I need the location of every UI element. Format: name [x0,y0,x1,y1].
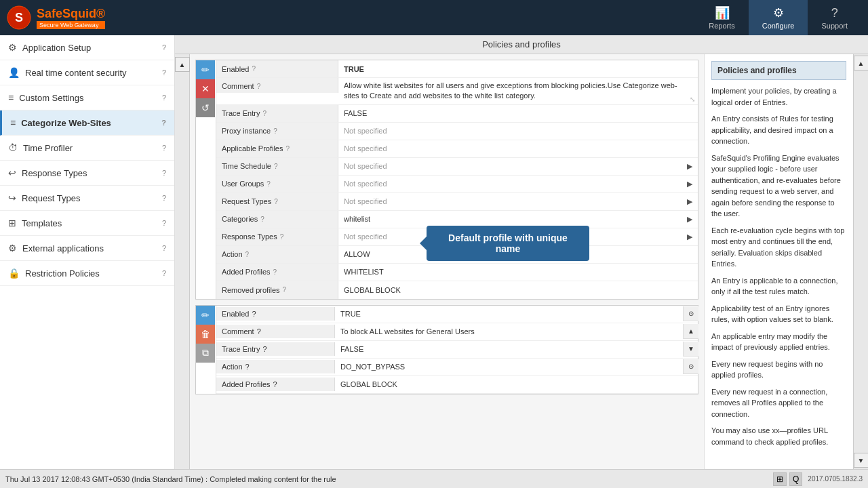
restriction-help-icon: ? [162,269,166,277]
sidebar-item-app-setup[interactable]: ⚙ Application Setup ? [0,35,174,60]
enabled-help-icon[interactable]: ? [252,65,256,73]
logo-text: SafeSquid® Secure Web Gateway [37,7,105,29]
groups-arrow-btn[interactable]: ▶ [687,180,692,188]
sidebar-item-custom-settings-label: Custom Settings [19,93,83,103]
nav-configure[interactable]: ⚙ Configure [749,0,808,35]
entry-1-reset-btn[interactable]: ↺ [196,98,215,117]
comment-resize-icon[interactable]: ⤡ [690,96,695,103]
entry-2-delete-btn[interactable]: 🗑 [196,325,215,344]
groups-help-icon[interactable]: ? [267,180,271,188]
status-version: 2017.0705.1832.3 [808,475,863,483]
right-panel-p3: SafeSquid's Profiling Engine evaluates y… [711,152,846,220]
status-right: ⊞ Q 2017.0705.1832.3 [773,472,863,486]
entry-2: ✏ 🗑 ⧉ Enabled ? [195,305,698,394]
trace-help-icon[interactable]: ? [262,110,267,117]
entry-1-groups-value: Not specified ▶ [338,176,698,192]
entry-2-edit-btn[interactable]: ✏ [196,306,215,325]
categories-arrow-btn[interactable]: ▶ [687,215,692,224]
nav-support[interactable]: ? Support [808,1,861,35]
sidebar-item-time-profiler[interactable]: ⏱ Time Profiler ? [0,136,174,161]
nav-reports-label: Reports [709,22,735,30]
entry-2-copy-btn[interactable]: ⧉ [196,344,215,363]
entry-2-enabled-label: Enabled ? [216,307,335,321]
entry-1-categories-label: Categories ? [216,211,338,228]
entry-1-enabled-value: TRUE [338,60,698,77]
right-panel-p1: Implement your policies, by creating a l… [711,85,846,108]
nav-configure-label: Configure [762,22,795,30]
profiles-help-icon[interactable]: ? [286,145,290,152]
sidebar-item-request-types[interactable]: ↪ Request Types ? [0,186,174,211]
sidebar-item-templates[interactable]: ⊞ Templates ? [0,211,174,236]
categorize-help-icon: ? [161,119,166,127]
entry2-trace-help-icon[interactable]: ? [262,345,267,353]
scroll-up-btn[interactable]: ▲ [175,57,190,72]
nav-reports[interactable]: 📊 Reports [695,0,749,35]
entry2-enabled-help-icon[interactable]: ? [252,310,256,318]
entry-2-comment-label: Comment ? [216,325,335,338]
entry2-scroll-down-btn[interactable]: ▼ [684,342,698,357]
custom-settings-help-icon: ? [162,94,166,102]
scroll-down-right-btn[interactable]: ▼ [854,453,869,468]
entry2-comment-help-icon[interactable]: ? [257,327,261,336]
entry-2-action-label: Action ? [216,360,335,373]
entry-1-reqtypes-row: Request Types ? Not specified ▶ [216,193,698,211]
comment-help-icon[interactable]: ? [257,83,261,90]
sidebar-item-response-types-label: Response Types [22,168,87,178]
sidebar-item-templates-label: Templates [22,218,62,228]
entry-1-edit-btn[interactable]: ✏ [196,60,215,79]
entry-1-proxy-label: Proxy instance ? [216,123,338,140]
categorize-icon: ≡ [10,117,16,128]
sidebar-item-realtime[interactable]: 👤 Real time content security ? [0,60,174,85]
entry2-scroll-bottom-btn[interactable]: ⊙ [684,359,698,374]
entry-1-reqtypes-value: Not specified ▶ [338,193,698,210]
removed-profiles-help-icon[interactable]: ? [283,286,287,293]
app-setup-help-icon: ? [162,43,166,52]
reqtypes-help-icon[interactable]: ? [274,198,278,205]
resptypes-help-icon[interactable]: ? [280,233,284,241]
entry-2-action-row: Action ? DO_NOT_BYPASS ⊙ [216,359,698,376]
entry-1-proxy-value: Not specified [338,123,698,140]
scroll-up-right-btn[interactable]: ▲ [854,56,869,70]
entry-1-added-profiles-label: Added Profiles ? [216,264,338,281]
status-text: Thu Jul 13 2017 12:08:43 GMT+0530 (India… [5,475,336,483]
entry2-scroll-top-btn[interactable]: ⊙ [684,306,698,321]
entry-1-groups-label: User Groups ? [216,176,338,192]
status-icon-btn-1[interactable]: ⊞ [773,472,787,486]
sidebar-item-response-types[interactable]: ↩ Response Types ? [0,161,174,186]
entry-1-comment-value: Allow white list websites for all users … [338,78,698,104]
entry-1-profiles-value: Not specified [338,140,698,157]
sidebar-item-restriction[interactable]: 🔒 Restriction Policies ? [0,261,174,286]
entry-1-trace-value: FALSE [338,105,698,122]
entry-1-enabled-label: Enabled ? [216,60,338,77]
right-panel: Policies and profiles Implement your pol… [704,54,853,469]
entry-1-removed-profiles-value: GLOBAL BLOCK [338,281,698,299]
entry-1-trace-row: Trace Entry ? FALSE [216,105,698,123]
entry2-scroll-up-btn[interactable]: ▲ [684,324,698,339]
entry-1-profiles-label: Applicable Profiles ? [216,140,338,157]
entry-2-actions: ✏ 🗑 ⧉ [196,306,216,394]
categories-help-icon[interactable]: ? [260,216,264,223]
main-content: ✏ ✕ ↺ Enabled ? T [190,54,704,469]
added-profiles-help-icon[interactable]: ? [273,268,277,276]
sidebar: ⚙ Application Setup ? 👤 Real time conten… [0,35,175,469]
status-icon-btn-2[interactable]: Q [789,472,802,486]
entry2-added-profiles-help-icon[interactable]: ? [273,380,277,388]
entry-1-resptypes-label: Response Types ? [216,228,338,245]
logo-tagline: Secure Web Gateway [37,21,105,29]
sidebar-item-categorize[interactable]: ≡ Categorize Web-Sites ? [0,110,174,136]
schedule-arrow-btn[interactable]: ▶ [687,162,692,171]
app-setup-icon: ⚙ [8,42,17,53]
sidebar-item-custom-settings[interactable]: ≡ Custom Settings ? [0,85,174,110]
reports-icon: 📊 [715,5,730,20]
entry-2-comment-row: Comment ? To block ALL websites for Gene… [216,323,698,341]
resptypes-arrow-btn[interactable]: ▶ [687,232,692,241]
action-help-icon[interactable]: ? [245,251,250,258]
entry-1: ✏ ✕ ↺ Enabled ? T [195,60,698,300]
entry2-action-help-icon[interactable]: ? [245,363,250,371]
schedule-help-icon[interactable]: ? [274,163,278,170]
entry-1-delete-btn[interactable]: ✕ [196,79,215,98]
reqtypes-arrow-btn[interactable]: ▶ [687,197,692,206]
sidebar-item-external-apps[interactable]: ⚙ External applications ? [0,236,174,261]
right-scroll-panel: ▲ ▼ [853,54,868,469]
proxy-help-icon[interactable]: ? [273,127,277,135]
